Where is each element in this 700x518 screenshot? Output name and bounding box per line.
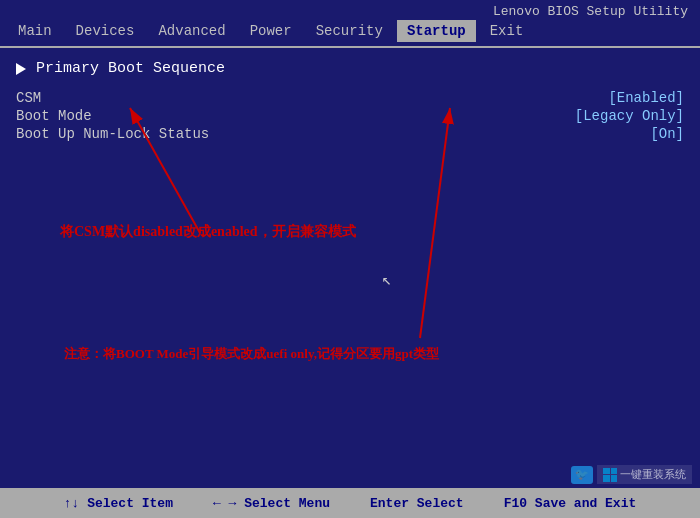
menu-item-advanced[interactable]: Advanced bbox=[148, 20, 235, 42]
status-select-item: ↑↓ Select Item bbox=[64, 496, 173, 511]
status-bar: ↑↓ Select Item ← → Select Menu Enter Sel… bbox=[0, 488, 700, 518]
bios-label-bootmode: Boot Mode bbox=[16, 108, 92, 124]
section-title: Primary Boot Sequence bbox=[16, 60, 684, 77]
brand-watermark: 🐦 一键重装系统 bbox=[571, 465, 692, 484]
menu-item-security[interactable]: Security bbox=[306, 20, 393, 42]
triangle-icon bbox=[16, 63, 26, 75]
bios-row-numlock: Boot Up Num-Lock Status [On] bbox=[16, 125, 684, 143]
bios-row-bootmode: Boot Mode [Legacy Only] bbox=[16, 107, 684, 125]
bios-value-numlock: [On] bbox=[650, 126, 684, 142]
bios-value-bootmode: [Legacy Only] bbox=[575, 108, 684, 124]
bios-label-csm: CSM bbox=[16, 90, 41, 106]
menu-item-devices[interactable]: Devices bbox=[66, 20, 145, 42]
menu-bar: Lenovo BIOS Setup Utility Main Devices A… bbox=[0, 0, 700, 48]
twitter-icon: 🐦 bbox=[571, 466, 593, 484]
menu-items-list: Main Devices Advanced Power Security Sta… bbox=[8, 20, 533, 42]
brand-label: 一键重装系统 bbox=[620, 467, 686, 482]
bios-row-csm: CSM [Enabled] bbox=[16, 89, 684, 107]
content-area: Primary Boot Sequence CSM [Enabled] Boot… bbox=[0, 48, 700, 488]
menu-item-startup[interactable]: Startup bbox=[397, 20, 476, 42]
bios-title: Lenovo BIOS Setup Utility bbox=[493, 4, 688, 19]
menu-item-exit[interactable]: Exit bbox=[480, 20, 534, 42]
bios-settings-table: CSM [Enabled] Boot Mode [Legacy Only] Bo… bbox=[16, 89, 684, 143]
menu-item-main[interactable]: Main bbox=[8, 20, 62, 42]
status-enter: Enter Select bbox=[370, 496, 464, 511]
status-select-menu: ← → Select Menu bbox=[213, 496, 330, 511]
brand-text: 一键重装系统 bbox=[597, 465, 692, 484]
bios-value-csm: [Enabled] bbox=[608, 90, 684, 106]
windows-icon bbox=[603, 468, 617, 482]
bios-label-numlock: Boot Up Num-Lock Status bbox=[16, 126, 209, 142]
bios-screen: Lenovo BIOS Setup Utility Main Devices A… bbox=[0, 0, 700, 518]
status-f10: F10 Save and Exit bbox=[504, 496, 637, 511]
menu-item-power[interactable]: Power bbox=[240, 20, 302, 42]
